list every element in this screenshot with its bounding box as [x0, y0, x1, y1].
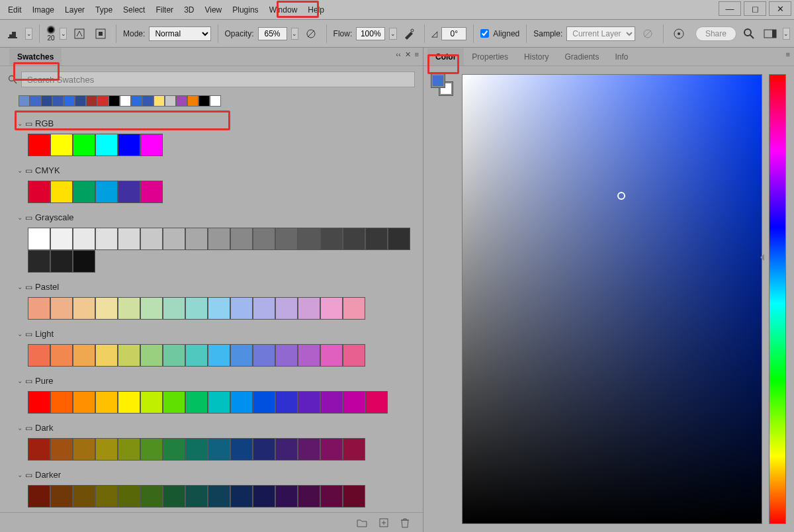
swatch[interactable]: [118, 297, 140, 320]
swatch[interactable]: [298, 344, 320, 367]
swatch[interactable]: [343, 228, 365, 250]
delete-swatch-icon[interactable]: [400, 517, 410, 528]
swatch[interactable]: [118, 485, 140, 508]
close-panel-icon[interactable]: ✕: [405, 50, 411, 59]
foreground-color[interactable]: [431, 74, 445, 87]
new-swatch-icon[interactable]: [379, 518, 388, 527]
menu-filter[interactable]: Filter: [150, 3, 179, 17]
swatch[interactable]: [140, 228, 163, 250]
recent-swatch[interactable]: [64, 95, 75, 107]
swatch[interactable]: [253, 228, 275, 250]
swatch[interactable]: [73, 228, 95, 250]
opacity-dropdown[interactable]: ⌄: [291, 28, 298, 40]
swatch-group-header[interactable]: ⌄▭Pastel: [5, 279, 418, 294]
swatch-search-input[interactable]: [21, 71, 415, 87]
clone-source-icon[interactable]: [92, 24, 109, 43]
swatch[interactable]: [163, 297, 185, 320]
swatch[interactable]: [320, 344, 343, 367]
swatch[interactable]: [185, 391, 208, 414]
workspace-icon[interactable]: [762, 24, 779, 43]
swatch[interactable]: [320, 391, 343, 414]
share-button[interactable]: Share: [695, 26, 736, 41]
swatch[interactable]: [275, 438, 298, 461]
recent-swatch[interactable]: [210, 95, 221, 107]
swatch[interactable]: [50, 134, 73, 156]
swatch[interactable]: [230, 391, 253, 414]
swatch[interactable]: [163, 485, 185, 508]
swatch[interactable]: [50, 181, 73, 203]
swatch[interactable]: [275, 391, 298, 414]
swatch[interactable]: [163, 344, 185, 367]
menu-edit[interactable]: Edit: [3, 3, 27, 17]
tab-color[interactable]: Color: [427, 48, 464, 66]
swatch[interactable]: [73, 181, 95, 203]
swatch[interactable]: [253, 391, 275, 414]
swatch[interactable]: [140, 391, 163, 414]
swatch[interactable]: [298, 485, 320, 508]
menu-select[interactable]: Select: [118, 3, 150, 17]
swatch[interactable]: [28, 485, 50, 508]
panel-menu-icon[interactable]: ≡: [415, 50, 419, 59]
swatch[interactable]: [28, 391, 50, 414]
swatch[interactable]: [163, 438, 185, 461]
swatch[interactable]: [185, 344, 208, 367]
swatch[interactable]: [275, 297, 298, 320]
swatch[interactable]: [343, 485, 365, 508]
swatch-group-header[interactable]: ⌄▭Darker: [5, 467, 418, 482]
maximize-button[interactable]: ◻: [744, 1, 766, 16]
swatch[interactable]: [185, 485, 208, 508]
swatch[interactable]: [73, 485, 95, 508]
brush-preset-dropdown[interactable]: ⌄: [60, 28, 67, 40]
swatch[interactable]: [343, 297, 365, 320]
flow-input[interactable]: [356, 27, 385, 40]
swatch[interactable]: [208, 438, 230, 461]
swatch[interactable]: [388, 228, 410, 250]
swatch[interactable]: [95, 134, 118, 156]
swatch[interactable]: [163, 228, 185, 250]
pressure-opacity-icon[interactable]: [302, 24, 320, 43]
sample-select[interactable]: Current Layer: [566, 26, 635, 41]
menu-plugins[interactable]: Plugins: [227, 3, 263, 17]
color-picker-field[interactable]: [462, 74, 762, 524]
swatch[interactable]: [275, 485, 298, 508]
swatch[interactable]: [140, 438, 163, 461]
swatch[interactable]: [343, 438, 365, 461]
swatch[interactable]: [118, 228, 140, 250]
menu-type[interactable]: Type: [90, 3, 118, 17]
recent-swatch[interactable]: [75, 95, 86, 107]
swatch[interactable]: [275, 344, 298, 367]
swatch[interactable]: [253, 344, 275, 367]
swatch[interactable]: [95, 485, 118, 508]
recent-swatch[interactable]: [187, 95, 198, 107]
swatch[interactable]: [28, 438, 50, 461]
collapse-icon[interactable]: ‹‹: [396, 50, 400, 59]
recent-swatch[interactable]: [165, 95, 176, 107]
swatch[interactable]: [140, 134, 163, 156]
recent-swatch[interactable]: [154, 95, 165, 107]
swatch[interactable]: [230, 297, 253, 320]
swatch[interactable]: [50, 391, 73, 414]
menu-window[interactable]: Window: [264, 3, 303, 17]
recent-swatch[interactable]: [52, 95, 64, 107]
swatch[interactable]: [95, 181, 118, 203]
airbrush-icon[interactable]: [401, 24, 418, 43]
swatch-group-header[interactable]: ⌄▭Grayscale: [5, 210, 418, 225]
swatch[interactable]: [365, 391, 388, 414]
swatch[interactable]: [28, 181, 50, 203]
swatch[interactable]: [95, 228, 118, 250]
swatch[interactable]: [320, 297, 343, 320]
swatch[interactable]: [140, 297, 163, 320]
menu-view[interactable]: View: [199, 3, 227, 17]
new-group-icon[interactable]: [357, 518, 367, 527]
swatch[interactable]: [140, 181, 163, 203]
swatch-group-header[interactable]: ⌄▭RGB: [5, 116, 418, 131]
swatch[interactable]: [118, 134, 140, 156]
swatch[interactable]: [95, 344, 118, 367]
recent-swatch[interactable]: [176, 95, 187, 107]
swatch[interactable]: [73, 438, 95, 461]
swatch[interactable]: [73, 250, 95, 273]
menu-3d[interactable]: 3D: [179, 3, 199, 17]
swatch[interactable]: [50, 485, 73, 508]
clone-stamp-tool-icon[interactable]: [4, 24, 21, 43]
swatch-group-header[interactable]: ⌄▭Light: [5, 326, 418, 341]
